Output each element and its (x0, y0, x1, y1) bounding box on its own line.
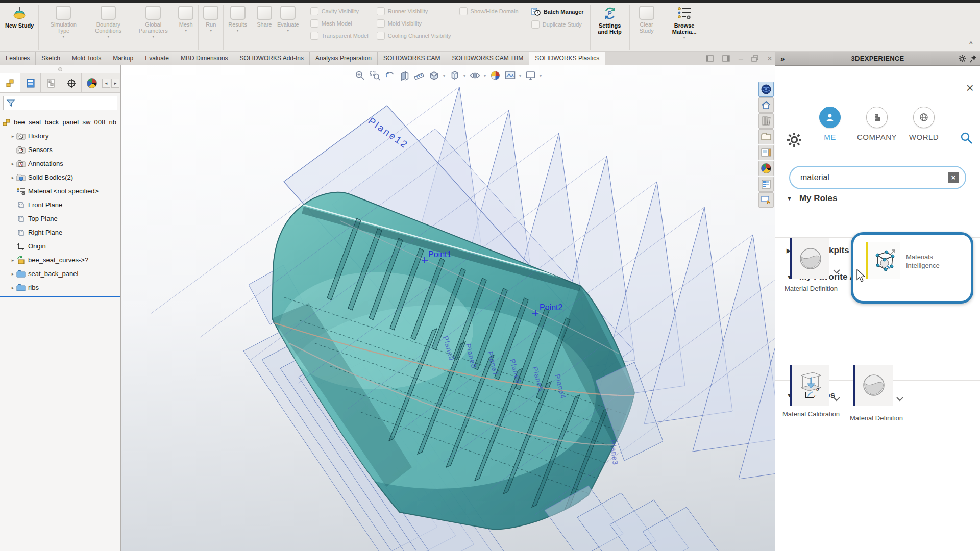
previous-view-icon[interactable] (384, 70, 395, 81)
app-versions-chevron-icon[interactable] (832, 396, 841, 402)
tab-solidworks-plastics[interactable]: SOLIDWORKS Plastics (529, 52, 605, 65)
tree-root-item[interactable]: bee_seat_back_panel_sw_008_rib_d01 (D (0, 115, 120, 129)
view-palette-button[interactable] (758, 145, 774, 160)
tree-item-front-plane[interactable]: Front Plane (0, 198, 120, 212)
minimize-icon[interactable]: – (739, 56, 743, 61)
material-calibration-app-tile[interactable]: σ ε (790, 365, 829, 406)
runner-visibility-toggle[interactable]: Runner Visibility (377, 7, 451, 15)
section-view-icon[interactable] (399, 70, 410, 81)
global-parameters-button[interactable]: Global Parameters ▾ (131, 4, 176, 51)
tab-evaluate[interactable]: Evaluate (139, 52, 175, 65)
cavity-visibility-toggle[interactable]: Cavity Visibility (310, 7, 369, 15)
tab-sketch[interactable]: Sketch (36, 52, 66, 65)
dock-pane-right-icon[interactable] (722, 55, 730, 62)
tab-analysis-preparation[interactable]: Analysis Preparation (310, 52, 378, 65)
expander-icon[interactable]: ▸ (9, 271, 16, 277)
tab-feature-tree[interactable] (0, 73, 20, 92)
scope-company[interactable]: COMPANY (854, 107, 900, 141)
dropdown-caret-icon[interactable]: ▾ (463, 73, 465, 78)
evaluate-button[interactable]: Evaluate ▾ (275, 4, 302, 51)
display-style-icon[interactable] (449, 70, 460, 81)
show-hide-domain-toggle[interactable]: Show/Hide Domain (459, 7, 519, 15)
hide-show-items-icon[interactable] (469, 70, 480, 81)
material-definition-app-tile[interactable] (790, 238, 829, 279)
tab-mold-tools[interactable]: Mold Tools (66, 52, 107, 65)
tree-item-bee-seat-curves[interactable]: ▸ bee_seat_curves->? (0, 253, 120, 267)
browse-materials-button[interactable]: Browse Materia... ▾ (666, 4, 703, 51)
app-versions-chevron-icon[interactable] (832, 269, 841, 274)
tree-item-annotations[interactable]: ▸ A Annotations (0, 157, 120, 170)
scope-world[interactable]: WORLD (901, 107, 947, 141)
tab-configuration-manager[interactable] (41, 73, 61, 92)
tree-item-solid-bodies[interactable]: ▸ Solid Bodies(2) (0, 170, 120, 184)
panel-settings-gear-icon[interactable] (958, 55, 966, 63)
tab-solidworks-cam-tbm[interactable]: SOLIDWORKS CAM TBM (446, 52, 529, 65)
tree-item-ribs[interactable]: ▸ ribs (0, 281, 120, 294)
mesh-model-toggle[interactable]: Mesh Model (310, 19, 369, 28)
dropdown-caret-icon[interactable]: ▾ (540, 73, 542, 78)
design-library-button[interactable] (758, 113, 774, 129)
tab-features[interactable]: Features (0, 52, 36, 65)
rollback-bar[interactable] (0, 296, 120, 297)
dropdown-caret-icon[interactable]: ▾ (443, 73, 445, 78)
duplicate-study-button[interactable]: Duplicate Study (531, 20, 584, 29)
expander-icon[interactable]: ▸ (9, 161, 16, 166)
dropdown-caret-icon[interactable]: ▾ (484, 73, 486, 78)
tab-scroll-left-icon[interactable]: ◂ (102, 79, 110, 88)
tree-item-seat-back-panel[interactable]: ▸ seat_back_panel (0, 267, 120, 281)
clear-study-button[interactable]: Clear Study (632, 4, 662, 51)
3d-model-canvas[interactable]: Plane12 Point1 Point2 Plane9 Plane8 Plan… (121, 65, 775, 551)
tree-item-material[interactable]: Material <not specified> (0, 184, 120, 198)
zoom-to-fit-icon[interactable] (354, 70, 365, 81)
measure-tool-icon[interactable] (413, 70, 425, 81)
graphics-viewport[interactable]: Plane12 Point1 Point2 Plane9 Plane8 Plan… (121, 65, 775, 551)
threedexperience-button[interactable] (758, 82, 774, 97)
run-button[interactable]: Run ▾ (201, 4, 221, 51)
app-versions-chevron-icon[interactable] (896, 396, 904, 402)
tree-item-origin[interactable]: Origin (0, 239, 120, 253)
settings-and-help-button[interactable]: P Settings and Help (593, 4, 627, 51)
view-settings-icon[interactable] (525, 70, 536, 81)
panel-close-icon[interactable]: × (966, 82, 974, 93)
plastics-resources-button[interactable] (758, 192, 774, 208)
search-input[interactable] (799, 172, 948, 183)
tab-property-manager[interactable] (20, 73, 41, 92)
file-explorer-button[interactable] (758, 129, 774, 144)
section-my-roles[interactable]: ▼ My Roles (787, 193, 838, 204)
tree-item-history[interactable]: ▸ History (0, 129, 120, 143)
transparent-model-toggle[interactable]: Transparent Model (310, 32, 369, 40)
tree-item-right-plane[interactable]: Right Plane (0, 226, 120, 239)
custom-properties-button[interactable] (758, 177, 774, 192)
scope-me[interactable]: ME (807, 107, 853, 141)
materials-intelligence-app-tile[interactable] (866, 242, 900, 279)
new-study-button[interactable]: New Study (3, 4, 36, 51)
tab-markup[interactable]: Markup (107, 52, 139, 65)
edit-appearance-icon[interactable] (489, 70, 501, 81)
dock-pane-left-icon[interactable] (706, 55, 714, 62)
expander-icon[interactable]: ▸ (9, 175, 16, 180)
zoom-to-area-icon[interactable] (369, 70, 380, 81)
expander-icon[interactable]: ▸ (9, 258, 16, 263)
share-button[interactable]: Share (254, 4, 275, 51)
expander-icon[interactable]: ▸ (9, 285, 16, 290)
tab-display-manager[interactable] (82, 73, 102, 92)
view-orientation-icon[interactable] (428, 70, 439, 81)
home-button[interactable] (758, 97, 774, 113)
appearances-scenes-button[interactable] (758, 161, 774, 176)
tab-solidworks-add-ins[interactable]: SOLIDWORKS Add-Ins (234, 52, 310, 65)
tree-item-top-plane[interactable]: Top Plane (0, 212, 120, 226)
material-definition-app-tile-2[interactable] (853, 365, 893, 406)
tab-solidworks-cam[interactable]: SOLIDWORKS CAM (378, 52, 446, 65)
tree-item-sensors[interactable]: Sensors (0, 143, 120, 157)
apply-scene-icon[interactable] (504, 70, 516, 81)
mold-visibility-toggle[interactable]: Mold Visibility (377, 19, 451, 28)
expander-icon[interactable]: ▸ (9, 134, 16, 139)
batch-manager-button[interactable]: Batch Manager (531, 7, 584, 16)
search-clear-icon[interactable]: × (948, 172, 959, 183)
tab-mbd-dimensions[interactable]: MBD Dimensions (175, 52, 234, 65)
cooling-channel-visibility-toggle[interactable]: Cooling Channel Visibility (377, 32, 451, 40)
tab-scroll-right-icon[interactable]: ▸ (111, 79, 119, 88)
simulation-type-button[interactable]: Simulation Type ▾ (41, 4, 86, 51)
results-button[interactable]: Results ▾ (226, 4, 250, 51)
boundary-conditions-button[interactable]: Boundary Conditions ▾ (86, 4, 131, 51)
